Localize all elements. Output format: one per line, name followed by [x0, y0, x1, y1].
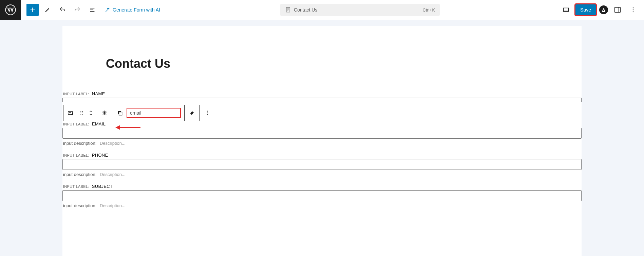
subject-input[interactable]: [62, 190, 582, 201]
svg-point-4: [633, 7, 634, 8]
svg-point-11: [82, 113, 83, 113]
svg-point-6: [633, 12, 634, 13]
field-label[interactable]: PHONE: [92, 153, 108, 158]
chevron-down-icon[interactable]: [89, 113, 93, 116]
editor-canvas: Contact Us INPUT LABEL: NAME: [62, 26, 582, 256]
ai-link-label: Generate Form with AI: [113, 7, 160, 13]
page-title[interactable]: Contact Us: [106, 57, 582, 71]
svg-point-0: [5, 5, 15, 15]
required-icon[interactable]: [100, 109, 109, 117]
editor-canvas-wrap: Contact Us INPUT LABEL: NAME: [0, 20, 644, 256]
generate-form-ai-link[interactable]: Generate Form with AI: [105, 7, 160, 13]
field-block-phone: INPUT LABEL: PHONE input description: De…: [62, 153, 582, 177]
right-tools: Save: [560, 4, 644, 16]
svg-point-8: [80, 111, 81, 112]
field-block-subject: INPUT LABEL: SUBJECT input description: …: [62, 184, 582, 208]
input-label-prefix: INPUT LABEL:: [63, 122, 89, 126]
name-input[interactable]: [62, 98, 582, 102]
input-desc-prefix: input description:: [63, 203, 96, 208]
add-block-button[interactable]: [26, 4, 39, 16]
svg-point-10: [80, 113, 81, 113]
input-desc-prefix: input description:: [63, 141, 96, 146]
svg-point-16: [207, 111, 208, 112]
drag-handle-icon[interactable]: [78, 109, 86, 117]
wordpress-icon: [5, 4, 16, 15]
chevron-up-icon[interactable]: [89, 110, 93, 113]
svg-rect-15: [119, 112, 122, 115]
center-area: Contact Us Ctrl+K: [160, 4, 560, 16]
svg-point-9: [82, 111, 83, 112]
tools-button[interactable]: [41, 4, 54, 16]
field-block-email: INPUT LABEL: EMAIL input description: De…: [62, 104, 582, 146]
wordpress-logo[interactable]: [0, 0, 21, 20]
view-device-button[interactable]: [560, 4, 572, 16]
more-vertical-icon: [630, 6, 637, 13]
undo-icon: [59, 6, 66, 13]
block-type-icon[interactable]: [67, 109, 75, 117]
svg-point-5: [633, 9, 634, 11]
document-title: Contact Us: [294, 7, 317, 13]
desc-placeholder[interactable]: Description...: [100, 172, 126, 177]
document-bar[interactable]: Contact Us Ctrl+K: [280, 4, 440, 16]
svg-point-13: [82, 114, 83, 115]
plus-icon: [29, 6, 36, 13]
field-label[interactable]: EMAIL: [92, 121, 106, 126]
settings-panel-button[interactable]: [611, 4, 624, 16]
desc-placeholder[interactable]: Description...: [100, 203, 126, 208]
list-view-icon: [89, 6, 96, 13]
undo-button[interactable]: [56, 4, 69, 16]
top-toolbar: Generate Form with AI Contact Us Ctrl+K …: [0, 0, 644, 20]
annotation-arrow: [115, 125, 140, 130]
input-label-prefix: INPUT LABEL:: [63, 153, 89, 157]
svg-point-18: [207, 114, 208, 115]
field-label[interactable]: NAME: [92, 91, 105, 96]
astra-icon[interactable]: [599, 5, 608, 14]
field-label[interactable]: SUBJECT: [92, 184, 113, 189]
desktop-icon: [562, 6, 570, 14]
input-label-prefix: INPUT LABEL:: [63, 92, 89, 96]
svg-point-12: [80, 114, 81, 115]
move-arrows[interactable]: [89, 110, 93, 116]
phone-input[interactable]: [62, 159, 582, 170]
input-desc-prefix: input description:: [63, 172, 96, 177]
block-type-input[interactable]: [127, 108, 181, 118]
panel-icon: [614, 6, 621, 14]
form-area: INPUT LABEL: NAME: [62, 91, 582, 208]
block-toolbar: [63, 105, 215, 121]
save-button[interactable]: Save: [575, 4, 596, 15]
redo-button[interactable]: [71, 4, 83, 16]
redo-icon: [74, 6, 81, 13]
pencil-icon: [44, 6, 51, 13]
left-tools: Generate Form with AI: [21, 4, 160, 16]
field-block-name: INPUT LABEL: NAME: [62, 91, 582, 102]
clear-icon[interactable]: [188, 109, 196, 117]
svg-rect-2: [615, 7, 621, 13]
input-label-prefix: INPUT LABEL:: [63, 184, 89, 189]
block-more-icon[interactable]: [203, 109, 211, 117]
command-shortcut: Ctrl+K: [423, 7, 435, 13]
document-overview-button[interactable]: [86, 4, 98, 16]
duplicate-icon[interactable]: [116, 109, 124, 117]
desc-placeholder[interactable]: Description...: [100, 141, 126, 146]
page-icon: [285, 7, 291, 13]
magic-wand-icon: [105, 7, 111, 13]
options-button[interactable]: [627, 4, 639, 16]
svg-point-17: [207, 113, 208, 113]
